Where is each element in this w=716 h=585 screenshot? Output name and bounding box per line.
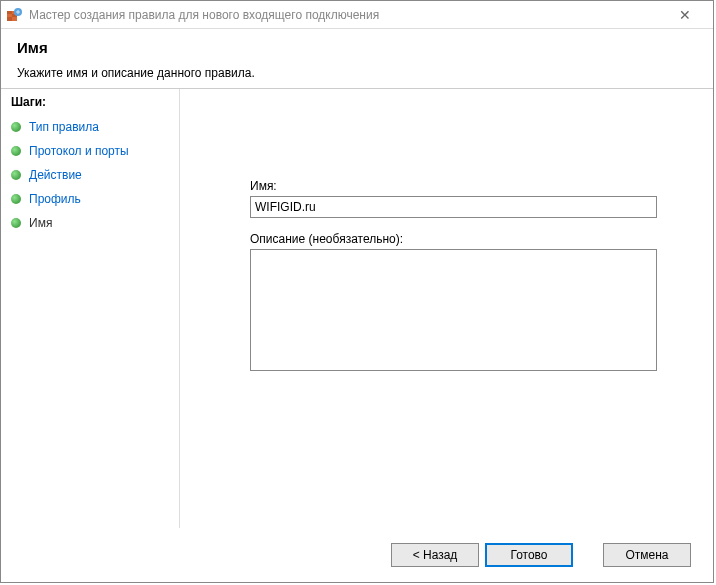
step-label: Действие [29, 168, 82, 182]
cancel-button[interactable]: Отмена [603, 543, 691, 567]
window-title: Мастер создания правила для нового входя… [29, 8, 665, 22]
finish-button[interactable]: Готово [485, 543, 573, 567]
step-profile[interactable]: Профиль [1, 187, 179, 211]
titlebar: Мастер создания правила для нового входя… [1, 1, 713, 29]
step-label: Профиль [29, 192, 81, 206]
step-name[interactable]: Имя [1, 211, 179, 235]
desc-label: Описание (необязательно): [250, 232, 657, 246]
header: Имя Укажите имя и описание данного прави… [1, 29, 713, 89]
footer: < Назад Готово Отмена [1, 528, 713, 582]
step-bullet-icon [11, 170, 21, 180]
step-bullet-icon [11, 218, 21, 228]
name-field-group: Имя: [250, 179, 657, 218]
step-label: Имя [29, 216, 52, 230]
step-bullet-icon [11, 194, 21, 204]
form-area: Имя: Описание (необязательно): [180, 179, 713, 374]
svg-rect-3 [7, 17, 12, 21]
svg-rect-1 [7, 11, 12, 14]
firewall-icon [7, 7, 23, 23]
name-label: Имя: [250, 179, 657, 193]
page-title: Имя [17, 39, 697, 56]
wizard-window: Мастер создания правила для нового входя… [0, 0, 714, 583]
main-area: Имя: Описание (необязательно): [179, 89, 713, 528]
step-bullet-icon [11, 122, 21, 132]
desc-field-group: Описание (необязательно): [250, 232, 657, 374]
close-icon[interactable]: ✕ [665, 7, 705, 23]
back-button[interactable]: < Назад [391, 543, 479, 567]
step-label: Протокол и порты [29, 144, 129, 158]
step-bullet-icon [11, 146, 21, 156]
desc-input[interactable] [250, 249, 657, 371]
body: Шаги: Тип правила Протокол и порты Дейст… [1, 89, 713, 528]
step-protocol-ports[interactable]: Протокол и порты [1, 139, 179, 163]
sidebar: Шаги: Тип правила Протокол и порты Дейст… [1, 89, 179, 528]
name-input[interactable] [250, 196, 657, 218]
steps-label: Шаги: [1, 89, 179, 115]
page-subtitle: Укажите имя и описание данного правила. [17, 66, 697, 80]
step-label: Тип правила [29, 120, 99, 134]
step-rule-type[interactable]: Тип правила [1, 115, 179, 139]
step-action[interactable]: Действие [1, 163, 179, 187]
